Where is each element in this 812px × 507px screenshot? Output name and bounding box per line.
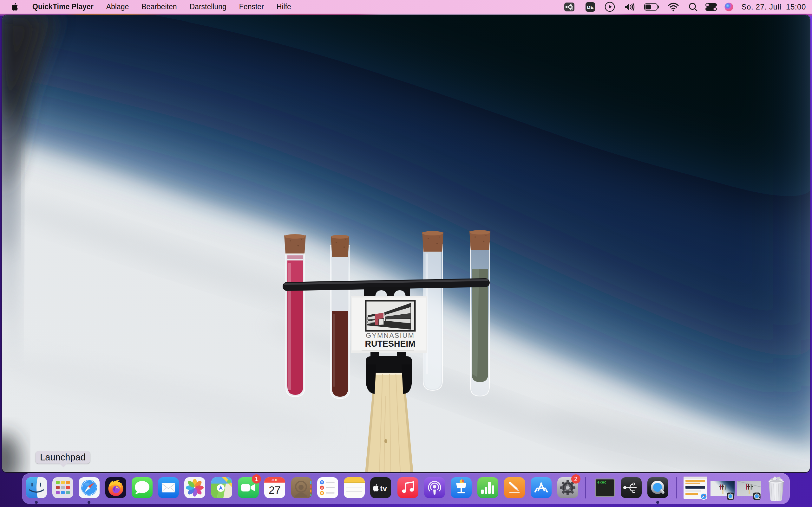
svg-text:RUTESHEIM: RUTESHEIM [365, 339, 415, 349]
svg-text:tv: tv [380, 484, 387, 493]
svg-text:exec: exec [597, 481, 606, 485]
svg-text:DE: DE [587, 4, 594, 10]
svg-text:GYMNASIUM: GYMNASIUM [366, 331, 415, 339]
svg-text:JUL: JUL [271, 478, 278, 482]
svg-text:27: 27 [269, 484, 281, 496]
